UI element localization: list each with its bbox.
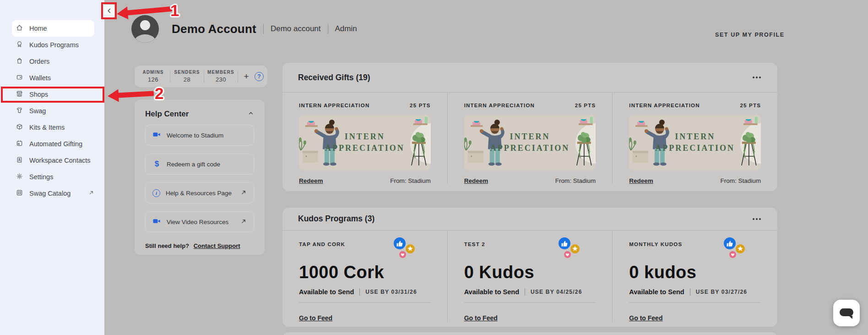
video-camera-icon xyxy=(152,217,161,227)
stats-help-button[interactable]: ? xyxy=(255,72,264,81)
gift-sender: From: Stadium xyxy=(720,177,761,184)
swag-icon xyxy=(16,106,23,115)
gift-caption: INTERN APPRECIATION xyxy=(484,131,576,154)
sidebar-item-home[interactable]: Home xyxy=(12,20,94,37)
help-item-resources-page[interactable]: i Help & Resources Page xyxy=(145,182,254,203)
next-panel-edge xyxy=(282,332,777,335)
reactions-icons xyxy=(555,237,584,263)
overflow-menu-icon[interactable] xyxy=(752,215,762,223)
divider xyxy=(525,288,525,296)
divider xyxy=(629,302,761,303)
stat-label: SENDERS xyxy=(170,70,204,75)
help-item-label: Help & Resources Page xyxy=(166,190,232,197)
received-gifts-panel: Received Gifts (19) INTERN APPRECIATION … xyxy=(282,63,777,191)
go-to-feed-link[interactable]: Go to Feed xyxy=(299,314,332,322)
divider xyxy=(328,24,328,34)
use-by-label: USE BY 03/31/26 xyxy=(365,289,417,295)
redeem-link[interactable]: Redeem xyxy=(464,177,488,184)
go-to-feed-link[interactable]: Go to Feed xyxy=(629,314,662,322)
sidebar: Home Kudos Programs Orders Wallets Shops… xyxy=(0,0,104,335)
help-item-label: Redeem a gift code xyxy=(167,161,220,168)
gift-points: 25 PTS xyxy=(740,103,761,108)
gift-image: INTERN APPRECIATION xyxy=(464,115,596,170)
divider xyxy=(359,288,360,296)
still-need-help-text: Still need help? xyxy=(145,242,189,249)
reactions-icons xyxy=(721,237,749,263)
gift-sender: From: Stadium xyxy=(555,177,596,184)
overflow-menu-icon[interactable] xyxy=(752,74,762,81)
gift-name: INTERN APPRECIATION xyxy=(464,103,535,108)
help-item-welcome[interactable]: Welcome to Stadium xyxy=(145,125,254,146)
sidebar-item-automated-gifting[interactable]: Automated Gifting xyxy=(0,136,104,152)
divider xyxy=(464,302,596,303)
redeem-link[interactable]: Redeem xyxy=(299,177,323,184)
gift-caption: INTERN APPRECIATION xyxy=(649,131,741,154)
kudos-balance: 0 Kudos xyxy=(464,263,596,282)
sidebar-item-label: Wallets xyxy=(29,74,51,82)
sidebar-item-orders[interactable]: Orders xyxy=(0,53,104,70)
sidebar-item-swag-catalog[interactable]: Swag Catalog xyxy=(0,185,104,202)
gift-card: INTERN APPRECIATION 25 PTS INTERN APPREC… xyxy=(447,93,613,184)
stat-value: 126 xyxy=(136,77,170,82)
kudos-balance: 1000 Cork xyxy=(299,263,431,282)
received-gifts-title: Received Gifts (19) xyxy=(298,73,370,82)
automated-gifting-icon xyxy=(16,139,23,148)
avatar xyxy=(131,15,159,43)
kudos-programs-panel: Kudos Programs (3) TAP AND CORK 1000 Cor… xyxy=(282,208,777,327)
collapse-sidebar-button[interactable] xyxy=(104,5,114,17)
external-link-icon xyxy=(240,189,247,197)
sidebar-nav: Home Kudos Programs Orders Wallets Shops… xyxy=(0,20,104,202)
page-title: Demo Account xyxy=(172,22,256,36)
set-up-profile-link[interactable]: SET UP MY PROFILE xyxy=(715,32,785,38)
use-by-label: USE BY 04/25/26 xyxy=(531,289,582,295)
kudos-card: TAP AND CORK 1000 Cork Available to Send… xyxy=(282,231,447,322)
add-members-button[interactable]: + xyxy=(241,71,252,82)
sidebar-item-label: Workspace Contacts xyxy=(29,157,91,164)
redeem-link[interactable]: Redeem xyxy=(629,177,653,184)
gift-points: 25 PTS xyxy=(410,103,431,108)
chat-launcher-button[interactable] xyxy=(833,300,860,326)
sidebar-item-label: Home xyxy=(29,25,47,32)
sidebar-item-label: Kudos Programs xyxy=(29,41,79,49)
dollar-icon: $ xyxy=(152,159,161,169)
sidebar-item-kits-items[interactable]: Kits & Items xyxy=(0,119,104,136)
help-center-title: Help Center xyxy=(145,110,189,119)
divider xyxy=(690,288,690,296)
gift-name: INTERN APPRECIATION xyxy=(299,103,369,108)
gift-name: INTERN APPRECIATION xyxy=(629,103,700,108)
kudos-balance: 0 kudos xyxy=(629,263,761,282)
stat-label: MEMBERS xyxy=(204,70,238,75)
use-by-label: USE BY 03/27/26 xyxy=(696,289,748,295)
gift-card: INTERN APPRECIATION 25 PTS INTERN APPREC… xyxy=(612,93,777,184)
sidebar-item-swag[interactable]: Swag xyxy=(0,103,104,119)
settings-gear-icon xyxy=(16,172,23,181)
sidebar-item-settings[interactable]: Settings xyxy=(0,169,104,185)
sidebar-item-kudos-programs[interactable]: Kudos Programs xyxy=(0,37,104,53)
help-item-video-resources[interactable]: View Video Resources xyxy=(145,211,254,232)
sidebar-item-wallets[interactable]: Wallets xyxy=(0,70,104,86)
go-to-feed-link[interactable]: Go to Feed xyxy=(464,314,498,322)
stat-senders: SENDERS 28 xyxy=(170,70,204,82)
sidebar-item-workspace-contacts[interactable]: Workspace Contacts xyxy=(0,152,104,169)
chevron-up-icon[interactable] xyxy=(248,110,254,118)
gift-caption: INTERN APPRECIATION xyxy=(319,131,411,154)
stat-value: 230 xyxy=(204,77,238,82)
account-header: Demo Account Demo account Admin xyxy=(172,22,357,36)
orders-icon xyxy=(16,57,23,66)
sidebar-item-label: Shops xyxy=(29,91,48,98)
shops-icon xyxy=(16,90,23,99)
kudos-card: MONTHLY KUDOS 0 kudos Available to Send … xyxy=(612,231,777,322)
sidebar-item-shops[interactable]: Shops xyxy=(0,86,104,103)
workspace-stats-card: ADMINS 126 SENDERS 28 MEMBERS 230 + ? xyxy=(135,66,267,87)
divider xyxy=(238,71,238,82)
stat-members: MEMBERS 230 xyxy=(204,70,238,82)
home-icon xyxy=(16,24,23,33)
kudos-card: TEST 2 0 Kudos Available to Send USE BY … xyxy=(447,231,613,322)
contact-support-link[interactable]: Contact Support xyxy=(194,242,240,249)
annotation-number-1: 1 xyxy=(170,1,179,20)
question-icon: ? xyxy=(257,73,260,80)
external-link-icon xyxy=(88,190,94,197)
help-item-redeem-code[interactable]: $ Redeem a gift code xyxy=(145,154,254,175)
role-label: Admin xyxy=(335,24,357,33)
sidebar-item-label: Orders xyxy=(29,58,49,65)
